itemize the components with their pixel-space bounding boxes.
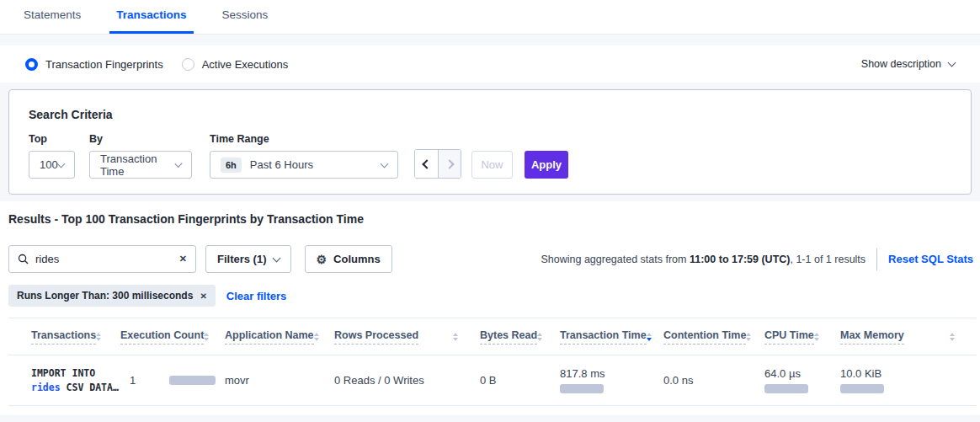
time-range-value: Past 6 Hours (250, 158, 313, 171)
radio-selected-icon (25, 58, 38, 71)
search-icon (18, 254, 29, 264)
columns-button[interactable]: ⚙ Columns (305, 245, 392, 273)
apply-button[interactable]: Apply (525, 151, 568, 179)
column-header-max-memory[interactable]: Max Memory (840, 318, 977, 355)
sort-icon[interactable] (204, 333, 209, 341)
remove-filter-icon[interactable]: ✕ (200, 291, 206, 301)
by-select-value: Transaction Time (100, 152, 176, 178)
cell-execution-count: 1 (120, 355, 225, 406)
previous-time-window-button[interactable] (415, 150, 438, 178)
view-toggle-bar: Transaction Fingerprints Active Executio… (0, 45, 980, 83)
cell-rows-processed: 0 Reads / 0 Writes (334, 355, 480, 406)
execution-count-bar (169, 376, 216, 385)
sort-icon[interactable] (537, 333, 542, 341)
results-toolbar: ✕ Filters (1) ⚙ Columns Showing aggregat… (8, 245, 973, 273)
filter-chip-label: Runs Longer Than: 300 milliseconds (17, 290, 193, 302)
chevron-left-icon (422, 159, 431, 168)
time-window-nav (414, 149, 461, 179)
now-button[interactable]: Now (471, 151, 513, 179)
toolbar-right: Showing aggregated stats from 11:00 to 1… (541, 248, 973, 270)
search-criteria-card: Search Criteria Top 100 By Transaction T… (8, 89, 972, 195)
stats-time-range: 11:00 to 17:59 (UTC) (690, 254, 790, 265)
table-header-row: Transactions Execution Count Application… (8, 318, 977, 355)
chevron-down-icon (57, 159, 66, 168)
cpu-time-bar (764, 384, 808, 393)
chevron-down-icon (948, 59, 956, 67)
results-section: Results - Top 100 Transaction Fingerprin… (0, 201, 980, 415)
cell-bytes-read: 0 B (480, 355, 560, 406)
next-time-window-button[interactable] (438, 150, 461, 178)
table-row: IMPORT INTO rides CSV DATA… 1 movr 0 Rea… (8, 355, 977, 406)
results-heading: Results - Top 100 Transaction Fingerprin… (8, 212, 973, 226)
time-range-label: Time Range (210, 133, 414, 145)
show-description-toggle[interactable]: Show description (861, 58, 955, 70)
by-select[interactable]: Transaction Time (89, 151, 192, 179)
filter-chip[interactable]: Runs Longer Than: 300 milliseconds ✕ (8, 285, 216, 307)
top-label: Top (29, 133, 89, 145)
tab-sessions[interactable]: Sessions (216, 8, 275, 34)
cell-transaction-fingerprint[interactable]: IMPORT INTO rides CSV DATA… (8, 355, 120, 406)
chevron-down-icon (272, 254, 280, 262)
clear-filters-link[interactable]: Clear filters (226, 290, 287, 302)
transactions-table: Transactions Execution Count Application… (8, 318, 977, 406)
radio-active-executions[interactable]: Active Executions (182, 58, 289, 71)
sort-icon[interactable] (96, 333, 101, 341)
radio-unselected-icon (182, 58, 194, 71)
column-header-cpu-time[interactable]: CPU Time (764, 318, 840, 355)
active-filters-row: Runs Longer Than: 300 milliseconds ✕ Cle… (8, 285, 973, 307)
sort-icon[interactable] (746, 333, 751, 341)
tab-transactions[interactable]: Transactions (109, 8, 193, 34)
column-header-transaction-time[interactable]: Transaction Time (560, 318, 663, 355)
search-match-highlight: rides (31, 382, 61, 393)
column-header-execution-count[interactable]: Execution Count (120, 318, 225, 355)
aggregated-stats-text: Showing aggregated stats from 11:00 to 1… (541, 254, 865, 265)
chevron-down-icon (381, 159, 389, 168)
column-header-bytes-read[interactable]: Bytes Read (480, 318, 560, 355)
sort-icon[interactable] (814, 333, 819, 341)
sort-descending-icon[interactable] (647, 333, 652, 341)
radio-label: Transaction Fingerprints (45, 58, 163, 71)
max-memory-bar (840, 384, 884, 393)
vertical-divider (876, 248, 877, 270)
radio-label: Active Executions (202, 58, 289, 71)
clear-search-icon[interactable]: ✕ (179, 254, 187, 264)
top-select[interactable]: 100 (29, 151, 75, 179)
cell-transaction-time: 817.8 ms (560, 355, 663, 406)
transaction-time-bar (560, 384, 604, 393)
time-range-select[interactable]: 6h Past 6 Hours (210, 151, 398, 179)
sort-icon[interactable] (314, 333, 319, 341)
sort-icon[interactable] (453, 333, 458, 341)
tab-statements[interactable]: Statements (17, 8, 88, 34)
cell-cpu-time: 64.0 µs (764, 355, 840, 406)
time-range-badge: 6h (221, 158, 242, 173)
columns-button-label: Columns (333, 253, 381, 265)
cell-application-name: movr (225, 355, 334, 406)
radio-transaction-fingerprints[interactable]: Transaction Fingerprints (25, 58, 163, 71)
column-header-application-name[interactable]: Application Name (225, 318, 334, 355)
reset-sql-stats-link[interactable]: Reset SQL Stats (888, 253, 973, 265)
chevron-right-icon (445, 159, 454, 168)
filters-button[interactable]: Filters (1) (205, 245, 291, 273)
top-select-value: 100 (40, 158, 58, 171)
search-box[interactable]: ✕ (8, 245, 196, 273)
cell-contention-time: 0.0 ns (663, 355, 764, 406)
cell-max-memory: 10.0 KiB (840, 355, 977, 406)
by-label: By (89, 133, 210, 145)
search-criteria-title: Search Criteria (29, 108, 951, 121)
column-header-contention-time[interactable]: Contention Time (663, 318, 764, 355)
search-input[interactable] (35, 253, 179, 265)
page-tabs: Statements Transactions Sessions (0, 0, 980, 35)
sort-icon[interactable] (950, 333, 955, 341)
column-header-transactions[interactable]: Transactions (8, 318, 120, 355)
show-description-label: Show description (861, 58, 941, 70)
gear-icon: ⚙ (317, 254, 328, 265)
column-header-rows-processed[interactable]: Rows Processed (334, 318, 480, 355)
filters-button-label: Filters (1) (217, 253, 267, 265)
